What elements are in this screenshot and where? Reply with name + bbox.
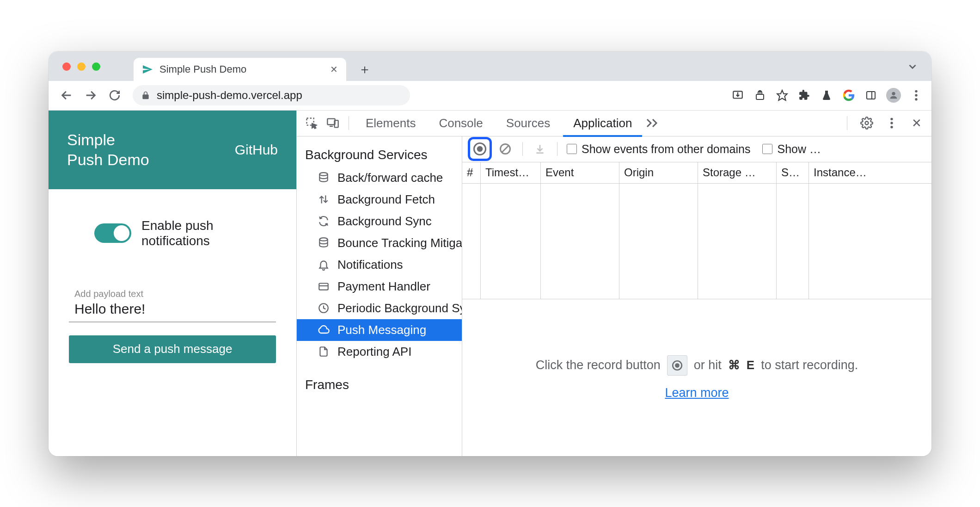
forward-button[interactable] [81, 86, 100, 105]
sidebar-item-background-fetch[interactable]: Background Fetch [297, 189, 462, 210]
device-toolbar-icon[interactable] [324, 114, 342, 132]
col-timestamp[interactable]: Timest… [481, 162, 541, 183]
show-truncated-checkbox[interactable]: Show … [762, 142, 821, 156]
show-other-domains-checkbox[interactable]: Show events from other domains [567, 142, 750, 156]
svg-point-21 [319, 173, 327, 176]
empty-text-suffix: to start recording. [761, 358, 858, 372]
svg-rect-14 [327, 119, 335, 125]
browser-toolbar: simple-push-demo.vercel.app [49, 81, 931, 111]
kebab-menu-icon[interactable] [909, 88, 923, 102]
close-window-button[interactable] [62, 62, 71, 71]
sidepanel-icon[interactable] [864, 88, 878, 102]
sidebar-item-periodic-bg-sync[interactable]: Periodic Background Sync [297, 297, 462, 319]
lock-icon [141, 91, 150, 100]
col-number[interactable]: # [462, 162, 481, 183]
svg-point-35 [675, 363, 680, 368]
sidebar-section-frames: Frames [297, 373, 462, 397]
tab-console[interactable]: Console [429, 111, 493, 136]
browser-tab[interactable]: Simple Push Demo ✕ [134, 58, 346, 81]
devtools-kebab-icon[interactable] [882, 114, 901, 132]
record-button[interactable] [471, 140, 489, 158]
back-button[interactable] [57, 86, 76, 105]
database-icon [317, 236, 330, 249]
cloud-icon [317, 323, 330, 336]
events-table-body [462, 184, 931, 299]
extensions-icon[interactable] [797, 88, 811, 102]
close-tab-button[interactable]: ✕ [330, 64, 338, 75]
database-icon [317, 171, 330, 184]
e-key-icon: E [747, 358, 754, 372]
demo-app-pane: Simple Push Demo GitHub Enable push noti… [49, 111, 296, 456]
empty-text-mid: or hit [694, 358, 722, 372]
col-instance[interactable]: Instance… [809, 162, 931, 183]
sidebar-item-back-forward-cache[interactable]: Back/forward cache [297, 167, 462, 189]
google-icon[interactable] [842, 88, 856, 102]
col-origin[interactable]: Origin [619, 162, 698, 183]
close-devtools-icon[interactable]: ✕ [907, 114, 926, 132]
document-icon [317, 345, 330, 358]
profile-avatar[interactable] [886, 88, 901, 103]
github-link[interactable]: GitHub [235, 142, 278, 158]
bookmark-star-icon[interactable] [775, 88, 789, 102]
learn-more-link[interactable]: Learn more [665, 386, 729, 400]
enable-push-toggle-row: Enable push notifications [94, 218, 276, 249]
settings-gear-icon[interactable] [858, 114, 876, 132]
col-event[interactable]: Event [541, 162, 619, 183]
inspect-icon[interactable] [302, 114, 321, 132]
reload-button[interactable] [105, 86, 124, 105]
svg-marker-6 [777, 90, 787, 100]
install-app-icon[interactable] [731, 88, 745, 102]
record-button-highlight [468, 137, 492, 161]
devtools-pane: Elements Console Sources Application ✕ [296, 111, 931, 456]
record-icon [667, 355, 687, 376]
svg-point-24 [319, 238, 327, 241]
events-table-header: # Timest… Event Origin Storage … S… Inst… [462, 162, 931, 184]
new-tab-button[interactable]: ＋ [355, 59, 375, 80]
application-sidebar: Background Services Back/forward cache B… [297, 136, 462, 456]
clear-icon[interactable] [497, 141, 513, 157]
share-icon[interactable] [753, 88, 767, 102]
col-storage[interactable]: Storage … [698, 162, 777, 183]
payload-label: Add payload text [74, 289, 270, 299]
empty-text-prefix: Click the record button [536, 358, 661, 372]
bell-icon [317, 258, 330, 271]
svg-point-11 [915, 94, 917, 96]
payload-input[interactable] [74, 301, 270, 317]
sidebar-item-bounce-tracking[interactable]: Bounce Tracking Mitigations [297, 232, 462, 254]
maximize-window-button[interactable] [92, 62, 100, 71]
app-header: Simple Push Demo GitHub [49, 111, 296, 189]
sidebar-section-background-services: Background Services [297, 143, 462, 167]
svg-rect-25 [319, 284, 328, 290]
minimize-window-button[interactable] [77, 62, 86, 71]
download-icon[interactable] [532, 141, 548, 157]
chevron-down-icon[interactable] [906, 61, 919, 73]
tab-application[interactable]: Application [563, 111, 642, 137]
send-push-button[interactable]: Send a push message [69, 335, 276, 363]
cmd-key-icon: ⌘ [728, 358, 740, 372]
address-bar[interactable]: simple-push-demo.vercel.app [133, 85, 410, 105]
svg-rect-4 [756, 94, 764, 99]
svg-point-18 [890, 118, 893, 120]
svg-point-20 [890, 126, 893, 128]
col-s[interactable]: S… [777, 162, 809, 183]
sidebar-item-notifications[interactable]: Notifications [297, 254, 462, 276]
more-tabs-icon[interactable] [645, 114, 663, 132]
svg-point-17 [865, 122, 869, 125]
window-controls [62, 62, 100, 71]
svg-rect-7 [867, 92, 875, 99]
sidebar-item-push-messaging[interactable]: Push Messaging [297, 319, 462, 341]
paper-plane-icon [142, 64, 153, 75]
tab-sources[interactable]: Sources [496, 111, 560, 136]
empty-state: Click the record button or hit ⌘ E to st… [462, 299, 931, 456]
sidebar-item-payment-handler[interactable]: Payment Handler [297, 276, 462, 297]
labs-icon[interactable] [820, 88, 833, 102]
sidebar-item-background-sync[interactable]: Background Sync [297, 210, 462, 232]
tab-strip: Simple Push Demo ✕ ＋ [49, 51, 931, 81]
svg-point-10 [915, 90, 917, 93]
sync-icon [317, 215, 330, 228]
svg-point-19 [890, 122, 893, 124]
enable-push-toggle[interactable] [94, 223, 131, 243]
credit-card-icon [317, 280, 330, 293]
tab-elements[interactable]: Elements [355, 111, 426, 136]
sidebar-item-reporting-api[interactable]: Reporting API [297, 341, 462, 363]
